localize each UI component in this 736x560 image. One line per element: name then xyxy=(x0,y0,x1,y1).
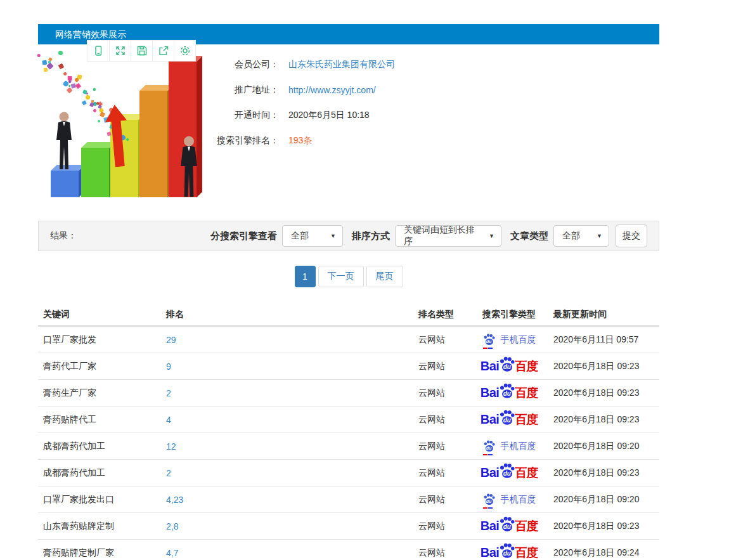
table-row: 膏药贴牌定制厂家 4,7 云网站 du 手机百度 Bai xyxy=(38,540,659,560)
rank-link[interactable]: 4,23 xyxy=(166,495,183,505)
share-icon xyxy=(158,45,169,56)
header-rank: 排名 xyxy=(166,309,418,320)
baidu-paw-icon: du xyxy=(498,516,515,532)
fullscreen-button[interactable] xyxy=(109,41,131,61)
rank-type-cell: 云网站 xyxy=(418,441,465,452)
mobile-preview-button[interactable] xyxy=(87,41,109,61)
baidu-logo-cn: 百度 xyxy=(515,412,538,428)
info-field-open-time: 开通时间： 2020年6月5日 10:18 xyxy=(209,109,653,122)
save-icon xyxy=(136,45,148,56)
baidu-logo: Bai du 百度 xyxy=(481,410,538,429)
baidu-paw-icon: du xyxy=(498,356,515,372)
page-1-button[interactable]: 1 xyxy=(295,266,316,287)
table-row: 膏药生产厂家 2 云网站 du 手机百度 Bai xyxy=(38,380,659,407)
mobile-baidu-badge: du 手机百度 xyxy=(482,493,536,505)
table-row: 口罩厂家批发出口 4,23 云网站 du 手机百度 Bai xyxy=(38,486,659,513)
rank-link[interactable]: 12 xyxy=(166,441,176,452)
baidu-logo: Bai du 百度 xyxy=(481,463,538,483)
sort-filter-value: 关键词由短到长排序 xyxy=(404,225,481,247)
mobile-baidu-label: 手机百度 xyxy=(501,441,536,452)
clipart-bar-blue xyxy=(51,171,79,197)
keyword-cell: 成都膏药代加工 xyxy=(38,467,166,479)
gear-icon xyxy=(179,45,191,56)
rank-link[interactable]: 4,7 xyxy=(166,548,178,558)
table-header-row: 关键词 排名 排名类型 搜索引擎类型 最新更新时间 xyxy=(38,303,659,327)
rank-type-cell: 云网站 xyxy=(418,521,465,532)
baidu-logo: Bai du 百度 xyxy=(481,356,538,376)
engine-cell: du 手机百度 Bai du 百度 xyxy=(465,383,553,403)
engine-filter-label: 分搜索引擎查看 xyxy=(210,230,277,242)
rank-type-cell: 云网站 xyxy=(418,361,465,372)
updated-cell: 2020年6月11日 09:57 xyxy=(553,334,659,346)
engine-cell: du 手机百度 Bai du 百度 xyxy=(465,356,553,376)
baidu-logo-cn: 百度 xyxy=(515,385,538,401)
engine-cell: du 手机百度 Bai du 百度 xyxy=(465,410,553,429)
baidu-paw-icon: du xyxy=(482,334,496,346)
rank-link[interactable]: 29 xyxy=(166,335,176,345)
info-field-rank-count: 搜索引擎排名： 193条 xyxy=(209,134,653,147)
last-page-button[interactable]: 尾页 xyxy=(366,266,403,287)
article-type-label: 文章类型 xyxy=(510,230,548,242)
article-type-value: 全部 xyxy=(562,230,580,242)
mobile-baidu-badge: du 手机百度 xyxy=(482,440,536,452)
updated-cell: 2020年6月18日 09:23 xyxy=(553,467,659,479)
table-row: 膏药代工厂家 9 云网站 du 手机百度 Bai xyxy=(38,353,659,380)
share-button[interactable] xyxy=(152,41,174,61)
clipart-bar-green xyxy=(81,148,109,197)
settings-button[interactable] xyxy=(174,41,195,61)
article-type-select[interactable]: 全部 ▼ xyxy=(553,225,609,247)
keyword-cell: 成都膏药代加工 xyxy=(38,441,166,452)
open-time-label: 开通时间： xyxy=(209,110,279,121)
header-rank-type: 排名类型 xyxy=(418,309,465,320)
rank-type-cell: 云网站 xyxy=(418,467,465,479)
marketing-clipart-image xyxy=(43,53,203,206)
promo-url-link[interactable]: http://www.zsyyjt.com/ xyxy=(288,85,376,95)
updated-cell: 2020年6月18日 09:23 xyxy=(553,387,659,399)
engine-filter-value: 全部 xyxy=(291,230,309,242)
mobile-baidu-underline xyxy=(483,454,493,455)
engine-cell: du 手机百度 Bai du 百度 xyxy=(465,516,553,536)
rank-link[interactable]: 4 xyxy=(166,415,171,425)
company-link[interactable]: 山东朱氏药业集团有限公司 xyxy=(288,59,395,69)
baidu-logo-cn: 百度 xyxy=(515,545,538,560)
engine-cell: du 手机百度 Bai du 百度 xyxy=(465,493,553,505)
save-button[interactable] xyxy=(131,41,152,61)
baidu-paw-icon: du xyxy=(498,410,515,426)
filter-bar: 结果： 分搜索引擎查看 全部 ▼ 排序方式 关键词由短到长排序 ▼ 文章类型 全… xyxy=(38,221,659,251)
rank-link[interactable]: 2,8 xyxy=(166,521,178,531)
rank-link[interactable]: 2 xyxy=(166,468,171,478)
rank-link[interactable]: 2 xyxy=(166,388,171,398)
mobile-baidu-underline xyxy=(483,348,493,349)
fullscreen-icon xyxy=(115,45,126,56)
baidu-paw-icon: du xyxy=(498,383,515,399)
baidu-logo: Bai du 百度 xyxy=(481,543,538,560)
submit-button[interactable]: 提交 xyxy=(616,225,647,247)
updated-cell: 2020年6月18日 09:23 xyxy=(553,361,659,372)
table-row: 口罩厂家批发 29 云网站 du 手机百度 Bai xyxy=(38,327,659,353)
table-row: 膏药贴牌代工 4 云网站 du 手机百度 Bai xyxy=(38,407,659,433)
rank-link[interactable]: 9 xyxy=(166,361,171,372)
keyword-cell: 膏药贴牌代工 xyxy=(38,414,166,426)
baidu-logo-bai: Bai xyxy=(481,412,500,427)
table-row: 成都膏药代加工 2 云网站 du 手机百度 Bai xyxy=(38,460,659,486)
promo-url-label: 推广地址： xyxy=(209,84,279,96)
sort-filter-label: 排序方式 xyxy=(352,230,390,242)
engine-filter-select[interactable]: 全部 ▼ xyxy=(282,225,343,247)
keyword-cell: 膏药生产厂家 xyxy=(38,387,166,399)
rank-count-unit: 条 xyxy=(303,135,312,145)
engine-cell: du 手机百度 Bai du 百度 xyxy=(465,463,553,483)
chart-toolbar xyxy=(87,40,196,62)
baidu-logo-bai: Bai xyxy=(481,545,500,560)
header-updated: 最新更新时间 xyxy=(553,309,659,320)
mobile-baidu-underline xyxy=(483,507,493,509)
clipart-bar-orange xyxy=(139,91,167,197)
baidu-paw-icon: du xyxy=(498,463,515,479)
keyword-ranking-table: 关键词 排名 排名类型 搜索引擎类型 最新更新时间 口罩厂家批发 29 云网站 … xyxy=(38,303,659,560)
table-body: 口罩厂家批发 29 云网站 du 手机百度 Bai xyxy=(38,327,659,560)
sort-filter-select[interactable]: 关键词由短到长排序 ▼ xyxy=(395,225,501,247)
next-page-button[interactable]: 下一页 xyxy=(318,266,364,287)
engine-cell: du 手机百度 Bai du 百度 xyxy=(465,440,553,452)
updated-cell: 2020年6月18日 09:23 xyxy=(553,414,659,426)
keyword-cell: 膏药代工厂家 xyxy=(38,361,166,372)
chevron-down-icon: ▼ xyxy=(323,233,336,239)
